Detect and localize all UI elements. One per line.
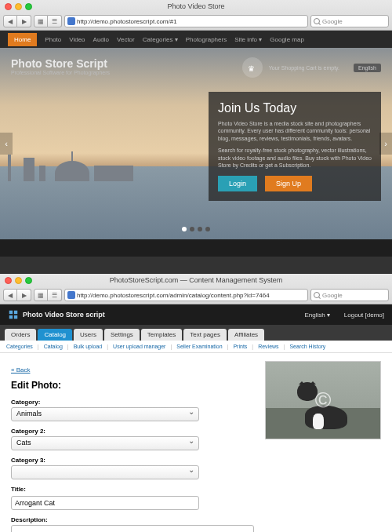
- zoom-icon[interactable]: [25, 3, 32, 10]
- subtab-catalog[interactable]: Catalog: [44, 344, 63, 349]
- edit-form: « Back Edit Photo: Category: Animals Cat…: [11, 361, 254, 532]
- minimize-icon[interactable]: [15, 277, 22, 284]
- nav-vector[interactable]: Vector: [117, 36, 135, 43]
- subtab-searchhistory[interactable]: Search History: [289, 344, 325, 349]
- site-nav: Home Photo Video Audio Vector Categories…: [0, 31, 392, 48]
- tab-templates[interactable]: Templates: [141, 329, 182, 341]
- logo-icon: [8, 309, 19, 320]
- admin-header: Photo Video Store script English ▾ Logou…: [0, 304, 392, 325]
- svg-rect-1: [14, 311, 17, 314]
- browser-chrome-2: PhotoStoreScript.com — Content Managemen…: [0, 274, 392, 304]
- carousel-dot[interactable]: [205, 227, 210, 231]
- nav-photographers[interactable]: Photographers: [186, 36, 227, 43]
- page-title: Edit Photo:: [11, 380, 254, 391]
- nav-home[interactable]: Home: [8, 33, 37, 46]
- subtab-useruploadmgr[interactable]: User upload manager: [113, 344, 165, 349]
- cart-text: Your Shopping Cart is empty.: [269, 65, 339, 71]
- label-category: Category:: [11, 399, 254, 406]
- hero-banner: Photo Store Script Professional Software…: [0, 48, 392, 239]
- join-panel: Join Us Today Photo Video Store is a med…: [209, 92, 381, 201]
- minimize-icon[interactable]: [15, 3, 22, 10]
- traffic-lights: [5, 277, 32, 284]
- browser-chrome-1: Photo Video Store ◀ ▶ ▦ ☰ http://demo.ph…: [0, 0, 392, 31]
- photo-preview: ©: [265, 361, 381, 439]
- label-description: Description:: [11, 516, 254, 523]
- select-category2[interactable]: Cats: [11, 436, 199, 450]
- nav-photo[interactable]: Photo: [45, 36, 61, 43]
- login-button[interactable]: Login: [218, 176, 257, 191]
- svg-rect-2: [9, 315, 13, 319]
- back-button[interactable]: ◀: [3, 15, 17, 27]
- join-paragraph-1: Photo Video Store is a media stock site …: [218, 120, 372, 142]
- subtab-categories[interactable]: Categories: [6, 344, 33, 349]
- logo-subtitle: Professional Software for Photographers: [11, 70, 110, 75]
- toolbar-1: ◀ ▶ ▦ ☰ http://demo.photostorescript.com…: [0, 13, 392, 30]
- label-title: Title:: [11, 486, 254, 493]
- url-bar-2[interactable]: http://demo.photostorescript.com/admin/c…: [64, 289, 308, 301]
- subtab-reviews[interactable]: Reviews: [258, 344, 278, 349]
- carousel-dot[interactable]: [182, 227, 187, 231]
- view-list-icon[interactable]: ☰: [48, 289, 62, 301]
- subtab-sellerexam[interactable]: Seller Examination: [176, 344, 222, 349]
- back-button[interactable]: ◀: [3, 289, 17, 301]
- logout-link[interactable]: Logout [demo]: [344, 312, 384, 319]
- tab-users[interactable]: Users: [74, 329, 103, 341]
- tab-textpages[interactable]: Text pages: [183, 329, 227, 341]
- close-icon[interactable]: [5, 3, 12, 10]
- subtab-prints[interactable]: Prints: [233, 344, 247, 349]
- textarea-description[interactable]: [11, 525, 254, 532]
- logo-title: Photo Store Script: [11, 57, 110, 70]
- forward-button[interactable]: ▶: [17, 289, 31, 301]
- nav-categories[interactable]: Categories ▾: [143, 36, 178, 43]
- nav-buttons-1: ◀ ▶: [3, 15, 31, 27]
- svg-rect-3: [14, 315, 17, 319]
- window-1-content: Home Photo Video Audio Vector Categories…: [0, 31, 392, 274]
- carousel-dot[interactable]: [198, 227, 202, 231]
- search-placeholder-1: Google: [322, 18, 343, 25]
- url-text-1: http://demo.photostorescript.com/#1: [77, 18, 177, 25]
- url-bar-1[interactable]: http://demo.photostorescript.com/#1: [64, 15, 308, 27]
- search-icon: [314, 292, 320, 298]
- back-link[interactable]: « Back: [11, 366, 30, 373]
- copyright-icon: ©: [315, 388, 332, 413]
- input-title[interactable]: [11, 496, 199, 510]
- view-grid-icon[interactable]: ▦: [34, 289, 48, 301]
- browser-search-1[interactable]: Google: [310, 15, 389, 27]
- close-icon[interactable]: [5, 277, 12, 284]
- cart-block: ♛ Your Shopping Cart is empty. English: [242, 57, 381, 78]
- nav-video[interactable]: Video: [69, 36, 85, 43]
- admin-subtabs: Categories| Catalog| Bulk upload| User u…: [0, 341, 392, 353]
- tab-settings[interactable]: Settings: [104, 329, 140, 341]
- traffic-lights: [5, 3, 32, 10]
- tab-catalog[interactable]: Catalog: [38, 329, 72, 341]
- title-bar-2: PhotoStoreScript.com — Content Managemen…: [0, 274, 392, 286]
- crown-icon: ♛: [242, 57, 263, 78]
- nav-siteinfo[interactable]: Site info ▾: [234, 36, 262, 43]
- zoom-icon[interactable]: [25, 277, 32, 284]
- url-text-2: http://demo.photostorescript.com/admin/c…: [77, 292, 270, 299]
- tab-affiliates[interactable]: Affiliates: [228, 329, 264, 341]
- admin-body: « Back Edit Photo: Category: Animals Cat…: [0, 353, 392, 532]
- tab-orders[interactable]: Orders: [5, 329, 36, 341]
- carousel-next-icon[interactable]: ›: [379, 133, 392, 155]
- window-title-2: PhotoStoreScript.com — Content Managemen…: [110, 276, 283, 284]
- favicon-icon: [67, 17, 75, 25]
- nav-googlemap[interactable]: Google map: [270, 36, 304, 43]
- admin-language[interactable]: English ▾: [304, 312, 329, 319]
- nav-buttons-2: ◀ ▶: [3, 289, 31, 301]
- signup-button[interactable]: Sign Up: [265, 176, 312, 191]
- select-category[interactable]: Animals: [11, 407, 199, 421]
- view-grid-icon[interactable]: ▦: [34, 15, 48, 27]
- nav-audio[interactable]: Audio: [93, 36, 109, 43]
- search-icon: [314, 18, 320, 24]
- carousel-dot[interactable]: [190, 227, 194, 231]
- view-list-icon[interactable]: ☰: [48, 15, 62, 27]
- language-button[interactable]: English: [354, 64, 381, 72]
- join-buttons: Login Sign Up: [218, 176, 372, 191]
- forward-button[interactable]: ▶: [17, 15, 31, 27]
- browser-search-2[interactable]: Google: [310, 289, 389, 301]
- toolbar-2: ◀ ▶ ▦ ☰ http://demo.photostorescript.com…: [0, 286, 392, 304]
- subtab-bulkupload[interactable]: Bulk upload: [74, 344, 103, 349]
- select-category3[interactable]: [11, 465, 199, 479]
- carousel-prev-icon[interactable]: ‹: [0, 133, 13, 155]
